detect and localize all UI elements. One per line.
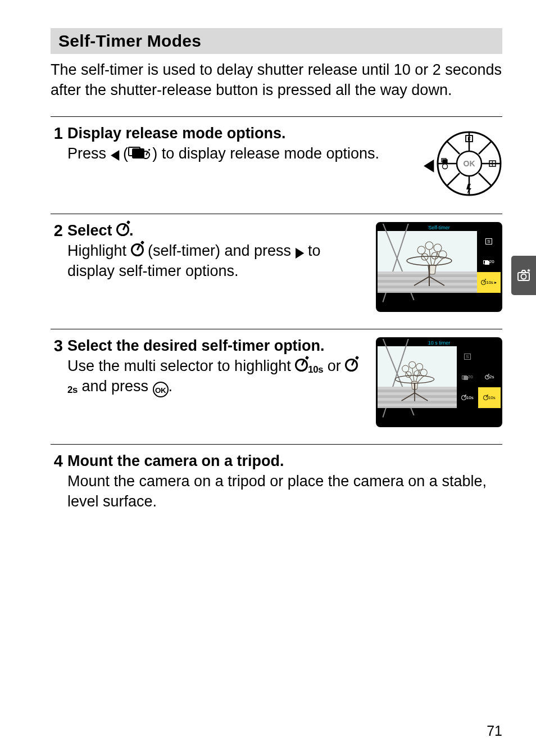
ok-button-icon bbox=[153, 382, 169, 397]
screenshot-title: 10 s timer bbox=[378, 339, 501, 346]
svg-point-36 bbox=[521, 274, 526, 279]
intro-paragraph: The self-timer is used to delay shutter … bbox=[51, 60, 502, 101]
opt-continuous: 20 bbox=[457, 367, 478, 388]
left-arrow-icon bbox=[111, 145, 119, 162]
step-3-text: Use the multi selector to highlight 10s … bbox=[67, 356, 365, 397]
right-arrow-icon bbox=[296, 242, 304, 259]
step-number: 1 bbox=[51, 125, 63, 197]
opt-selftimer: 10s bbox=[457, 387, 478, 408]
svg-text:F: F bbox=[467, 136, 471, 142]
step-number: 2 bbox=[51, 222, 63, 312]
page-number: 71 bbox=[487, 723, 502, 739]
camera-screenshot-selftimer: Self-timer bbox=[376, 222, 502, 312]
scene-preview bbox=[378, 231, 477, 293]
multi-selector-diagram: OK F bbox=[424, 125, 502, 197]
svg-point-27 bbox=[402, 365, 409, 372]
step-2-text: Highlight (self-timer) and press to disp… bbox=[67, 241, 365, 282]
svg-point-20 bbox=[425, 242, 433, 250]
table-graphic bbox=[404, 255, 455, 286]
step-4-text: Mount the camera on a tripod or place th… bbox=[67, 471, 502, 512]
opt-single: S bbox=[477, 231, 501, 252]
opt-blank bbox=[478, 346, 501, 367]
svg-rect-17 bbox=[443, 160, 447, 163]
svg-line-9 bbox=[447, 173, 460, 186]
step-number: 4 bbox=[51, 452, 63, 512]
step-2-title: Select . bbox=[67, 222, 365, 239]
svg-point-25 bbox=[407, 256, 452, 265]
timer-sub-column: 2s 10s bbox=[478, 346, 501, 408]
opt-selftimer-highlighted: 10s▸ bbox=[477, 272, 501, 293]
step-3: 3 Select the desired self-timer option. … bbox=[51, 329, 502, 444]
table-graphic bbox=[393, 374, 437, 401]
timer-icon bbox=[345, 359, 358, 372]
step-2: 2 Select . Highlight (self-timer) and pr… bbox=[51, 214, 502, 329]
section-header: Self-Timer Modes bbox=[51, 28, 502, 54]
svg-line-8 bbox=[479, 141, 492, 154]
step-number: 3 bbox=[51, 337, 63, 427]
opt-10s-highlighted: 10s bbox=[478, 387, 501, 408]
step-4-title: Mount the camera on a tripod. bbox=[67, 452, 502, 470]
step-1-title: Display release mode options. bbox=[67, 125, 412, 142]
svg-point-19 bbox=[417, 246, 425, 254]
svg-point-18 bbox=[443, 164, 448, 169]
press-left-icon bbox=[424, 153, 434, 174]
step-4: 4 Mount the camera on a tripod. Mount th… bbox=[51, 444, 502, 518]
scene-preview bbox=[378, 346, 457, 408]
camera-screenshot-10stimer: 10 s timer bbox=[376, 337, 502, 427]
camera-star-icon bbox=[516, 268, 531, 283]
opt-single: S bbox=[457, 346, 478, 367]
svg-text:OK: OK bbox=[464, 159, 475, 168]
step-1-text: Press () to display release mode options… bbox=[67, 143, 412, 164]
timer-icon bbox=[131, 243, 144, 256]
release-mode-column: S 20 10s bbox=[457, 346, 478, 408]
timer-small-icon bbox=[142, 151, 150, 159]
svg-line-10 bbox=[479, 173, 492, 186]
svg-point-28 bbox=[409, 361, 416, 368]
opt-continuous: 20 bbox=[477, 252, 501, 273]
section-tab bbox=[511, 256, 536, 295]
svg-point-21 bbox=[434, 244, 442, 252]
screenshot-title: Self-timer bbox=[378, 224, 501, 231]
opt-2s: 2s bbox=[478, 367, 501, 388]
svg-line-7 bbox=[447, 141, 460, 154]
timer-icon bbox=[116, 223, 129, 236]
svg-point-33 bbox=[396, 375, 434, 383]
step-3-title: Select the desired self-timer option. bbox=[67, 337, 365, 355]
svg-point-29 bbox=[416, 363, 423, 370]
timer-icon bbox=[295, 359, 308, 372]
release-mode-column: S 20 10s▸ bbox=[477, 231, 501, 293]
step-1: 1 Display release mode options. Press ()… bbox=[51, 116, 502, 214]
dial-icon: OK F bbox=[436, 130, 502, 197]
svg-text:+: + bbox=[490, 162, 493, 166]
